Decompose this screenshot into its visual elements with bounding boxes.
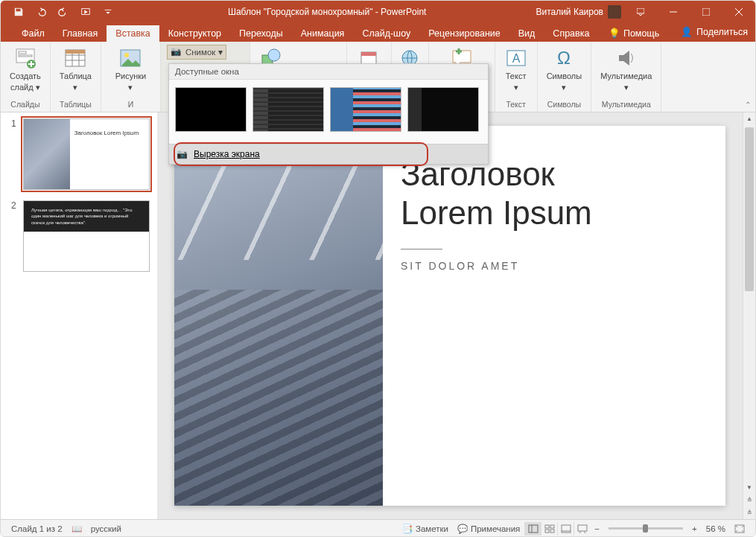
slide-counter[interactable]: Слайд 1 из 2 (7, 524, 67, 533)
divider (401, 249, 442, 250)
user-avatar (608, 5, 621, 19)
window-thumb-4[interactable] (407, 87, 479, 132)
current-slide: Заголовок Lorem Ipsum SIT DOLOR AMET (174, 126, 725, 506)
prev-slide-button[interactable]: ≙ (743, 494, 755, 506)
slide-text-area[interactable]: Заголовок Lorem Ipsum SIT DOLOR AMET (383, 126, 725, 506)
tab-insert[interactable]: Вставка (107, 25, 159, 42)
comments-icon: 💬 (457, 524, 468, 534)
svg-text:Ω: Ω (557, 48, 571, 68)
window-thumb-1[interactable] (175, 87, 247, 132)
speaker-icon (614, 46, 638, 70)
account-area[interactable]: Виталий Каиров (536, 5, 624, 19)
screenshot-button[interactable]: 📷 Снимок ▾ (167, 45, 226, 60)
group-text: A Текст▾ Текст (495, 42, 538, 112)
share-icon: 👤 (681, 26, 693, 37)
slideshow-view-button[interactable] (574, 522, 590, 536)
user-name: Виталий Каиров (536, 7, 603, 17)
reading-view-button[interactable] (557, 522, 574, 536)
tab-file[interactable]: Файл (13, 25, 54, 42)
svg-rect-22 (529, 525, 538, 533)
thumb-preview-1: Заголовок Lorem Ipsum (23, 118, 150, 190)
fit-to-window-button[interactable] (730, 524, 749, 533)
svg-rect-7 (19, 51, 26, 54)
comments-button[interactable]: 💬Примечания (453, 524, 524, 534)
symbols-button[interactable]: Ω Символы▾ (544, 45, 585, 94)
zoom-in-button[interactable]: + (687, 524, 702, 533)
chevron-down-icon: ▾ (218, 47, 223, 57)
slide-image-placeholder[interactable] (174, 126, 383, 506)
svg-rect-3 (702, 8, 710, 16)
svg-point-13 (124, 53, 129, 57)
slide-editor[interactable]: Заголовок Lorem Ipsum SIT DOLOR AMET (157, 112, 743, 519)
svg-rect-24 (545, 525, 549, 528)
tab-help[interactable]: Справка (544, 25, 598, 42)
tab-review[interactable]: Рецензирование (419, 25, 509, 42)
collapse-ribbon-button[interactable]: ⌃ (745, 101, 751, 109)
media-button[interactable]: Мультимедиа▾ (597, 45, 655, 94)
next-slide-button[interactable]: ≚ (743, 506, 755, 519)
start-from-beginning-button[interactable] (75, 1, 96, 22)
slide-title[interactable]: Заголовок Lorem Ipsum (401, 156, 708, 232)
close-button[interactable] (722, 1, 755, 23)
statusbar: Слайд 1 из 2 📖 русский 📑Заметки 💬Примеча… (1, 519, 755, 537)
scroll-up-button[interactable]: ▲ (743, 112, 755, 125)
screen-clipping-button[interactable]: 📷 Вырезка экрана (169, 144, 488, 164)
omega-icon: Ω (552, 46, 576, 70)
group-media: Мультимедиа▾ Мультимедиа (591, 42, 661, 112)
svg-point-15 (268, 49, 280, 61)
ribbon-display-options-button[interactable] (624, 1, 657, 23)
table-button[interactable]: Таблица▾ (57, 45, 95, 94)
window-title: Шаблон "Городской монохромный" - PowerPo… (118, 7, 536, 17)
slide-subtitle[interactable]: SIT DOLOR AMET (401, 260, 708, 272)
scroll-thumb[interactable] (745, 127, 754, 291)
slide-thumb-1[interactable]: 1 Заголовок Lorem Ipsum (11, 118, 154, 190)
spellcheck-button[interactable]: 📖 (67, 524, 86, 534)
svg-rect-11 (66, 50, 85, 54)
pictures-button[interactable]: Рисунки▾ (112, 45, 150, 94)
zoom-out-button[interactable]: − (590, 524, 604, 533)
scroll-down-button[interactable]: ▼ (743, 481, 755, 494)
share-button[interactable]: 👤 Поделиться (681, 26, 748, 37)
language-button[interactable]: русский (86, 524, 126, 533)
zoom-slider[interactable] (609, 527, 683, 530)
qat-customize-button[interactable] (98, 1, 118, 22)
slide-sorter-button[interactable] (541, 522, 557, 536)
svg-rect-27 (550, 530, 554, 533)
svg-rect-30 (578, 525, 587, 531)
svg-rect-1 (637, 8, 644, 13)
vertical-scrollbar[interactable]: ▲ ▼ ≙ ≚ (743, 112, 755, 519)
window-thumb-3[interactable] (330, 87, 401, 132)
minimize-button[interactable] (657, 1, 690, 23)
zoom-level[interactable]: 56 % (702, 524, 730, 533)
new-slide-button[interactable]: Создать слайд ▾ (7, 45, 44, 94)
group-symbols: Ω Символы▾ Символы (538, 42, 592, 112)
undo-button[interactable] (31, 1, 51, 22)
tab-view[interactable]: Вид (509, 25, 544, 42)
tab-animations[interactable]: Анимация (292, 25, 354, 42)
tab-design[interactable]: Конструктор (159, 25, 230, 42)
tell-me-button[interactable]: 💡 Помощь (600, 25, 668, 42)
slide-thumb-2[interactable]: 2 Лучшая цитата, отражающая ваш подход… … (11, 200, 154, 272)
group-tables: Таблица▾ Таблицы (51, 42, 101, 112)
slide-thumbnail-pane[interactable]: 1 Заголовок Lorem Ipsum 2 Лучшая цитата,… (1, 112, 157, 519)
available-windows-list (169, 80, 488, 144)
titlebar: Шаблон "Городской монохромный" - PowerPo… (1, 1, 755, 23)
camera-icon: 📷 (171, 46, 182, 58)
normal-view-button[interactable] (524, 522, 541, 536)
tab-slideshow[interactable]: Слайд-шоу (353, 25, 419, 42)
save-button[interactable] (8, 1, 29, 22)
new-slide-icon (13, 46, 37, 70)
text-box-button[interactable]: A Текст▾ (501, 45, 531, 94)
camera-plus-icon: 📷 (177, 149, 188, 159)
group-slides: Создать слайд ▾ Слайды (1, 42, 51, 112)
notes-button[interactable]: 📑Заметки (398, 524, 453, 534)
tab-transitions[interactable]: Переходы (230, 25, 292, 42)
redo-button[interactable] (53, 1, 74, 22)
tab-home[interactable]: Главная (54, 25, 107, 42)
window-thumb-2[interactable] (252, 87, 324, 132)
screenshot-dropdown: Доступные окна 📷 Вырезка экрана (168, 63, 489, 165)
workspace: 1 Заголовок Lorem Ipsum 2 Лучшая цитата,… (1, 112, 755, 519)
svg-rect-26 (545, 530, 549, 533)
maximize-button[interactable] (690, 1, 722, 23)
thumb-preview-2: Лучшая цитата, отражающая ваш подход… "Э… (23, 200, 150, 272)
